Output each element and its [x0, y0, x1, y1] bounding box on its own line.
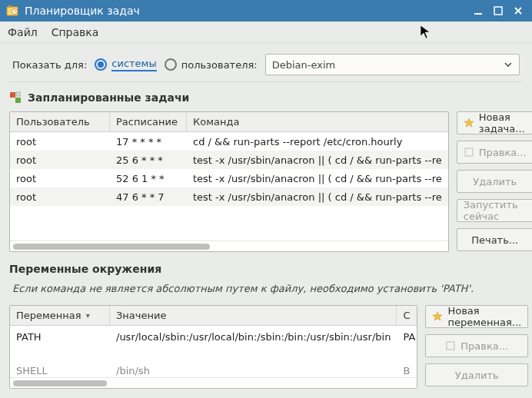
window-title: Планировщик задач [25, 5, 466, 17]
mouse-cursor [420, 25, 432, 40]
print-button[interactable]: Печать... [457, 228, 532, 251]
new-task-button[interactable]: Новая задача... [457, 111, 532, 134]
vars-tbody: PATH /usr/local/sbin:/usr/local/bin:/sbi… [10, 326, 417, 377]
edit-task-button[interactable]: Правка... [457, 141, 532, 164]
run-task-button[interactable]: Запустить сейчас [457, 199, 532, 222]
table-row[interactable]: SHELL /bin/sh B [10, 347, 417, 376]
vars-col-c3[interactable]: С [397, 306, 417, 325]
minimize-button[interactable] [470, 3, 486, 18]
delete-var-button[interactable]: Удалить [425, 363, 528, 386]
tasks-header: Запланированные задачи [9, 88, 523, 105]
chevron-down-icon: ▾ [86, 311, 90, 320]
user-select[interactable]: Debian-exim [265, 54, 520, 75]
vars-table: Переменная ▾ Значение С PATH /usr/local/… [9, 305, 417, 389]
star-icon [432, 311, 443, 322]
maximize-button[interactable] [490, 3, 506, 18]
tasks-icon [9, 91, 22, 104]
radio-user[interactable]: пользователя: [165, 58, 258, 71]
tasks-col-user[interactable]: Пользователь [10, 112, 110, 131]
vars-col-value[interactable]: Значение [110, 306, 397, 325]
delete-task-button[interactable]: Удалить [457, 170, 532, 193]
svg-rect-7 [16, 92, 20, 96]
tasks-col-schedule[interactable]: Расписание [110, 112, 187, 131]
filter-row: Показать для: системы пользователя: Debi… [9, 49, 523, 82]
tasks-buttons: Новая задача... Правка... Удалить Запуст… [457, 111, 532, 252]
vars-header: Переменные окружения [9, 258, 523, 277]
table-row[interactable]: root 52 6 1 * * test -x /usr/sbin/anacro… [10, 169, 448, 187]
svg-rect-8 [465, 148, 473, 156]
vars-hscroll-thumb[interactable] [13, 380, 107, 386]
menu-file[interactable]: Файл [8, 26, 38, 38]
app-icon [6, 5, 18, 17]
vars-buttons: Новая переменная... Правка... Удалить [425, 305, 528, 389]
svg-rect-6 [15, 98, 21, 103]
edit-icon [445, 340, 456, 351]
star-icon [464, 118, 474, 128]
tasks-title: Запланированные задачи [28, 91, 189, 104]
edit-icon [464, 147, 474, 158]
tasks-hscroll[interactable] [10, 240, 448, 251]
radio-user-dot [165, 58, 177, 71]
filter-label: Показать для: [12, 59, 87, 71]
new-var-button[interactable]: Новая переменная... [425, 305, 528, 328]
vars-col-name[interactable]: Переменная ▾ [10, 306, 110, 325]
radio-system-label: системы [111, 58, 156, 71]
titlebar: Планировщик задач [0, 0, 532, 22]
chevron-down-icon [504, 60, 513, 69]
table-row[interactable]: root 47 6 * * 7 test -x /usr/sbin/anacro… [10, 187, 448, 206]
svg-rect-9 [447, 342, 454, 350]
vars-hint: Если команда не является абсолютным путе… [9, 283, 523, 299]
radio-user-label: пользователя: [181, 59, 258, 71]
svg-rect-4 [494, 7, 502, 15]
menubar: Файл Справка [0, 22, 532, 43]
content: Показать для: системы пользователя: Debi… [0, 43, 532, 398]
table-row[interactable]: root 25 6 * * * test -x /usr/sbin/anacro… [10, 151, 448, 169]
close-button[interactable] [510, 3, 526, 18]
tasks-table: Пользователь Расписание Команда root 17 … [9, 111, 449, 252]
tasks-tbody: root 17 * * * * cd / && run-parts --repo… [10, 132, 448, 240]
tasks-col-command[interactable]: Команда [187, 112, 448, 131]
window: Планировщик задач Файл Справка Показать … [0, 0, 532, 398]
tasks-hscroll-thumb[interactable] [13, 244, 210, 250]
vars-title: Переменные окружения [9, 263, 161, 275]
svg-rect-5 [10, 92, 15, 98]
tasks-pane: Пользователь Расписание Команда root 17 … [9, 111, 523, 252]
vars-table-head: Переменная ▾ Значение С [10, 306, 417, 326]
tasks-table-head: Пользователь Расписание Команда [10, 112, 448, 132]
user-select-value: Debian-exim [272, 59, 336, 71]
vars-pane: Переменная ▾ Значение С PATH /usr/local/… [9, 305, 523, 389]
radio-system-dot [95, 58, 107, 71]
table-row[interactable]: root 17 * * * * cd / && run-parts --repo… [10, 132, 448, 151]
vars-hscroll[interactable] [10, 377, 417, 388]
table-row[interactable]: PATH /usr/local/sbin:/usr/local/bin:/sbi… [10, 326, 417, 347]
edit-var-button[interactable]: Правка... [425, 334, 528, 357]
radio-system[interactable]: системы [95, 58, 156, 71]
menu-help[interactable]: Справка [52, 26, 99, 38]
svg-rect-1 [8, 5, 12, 8]
svg-rect-3 [474, 13, 482, 15]
